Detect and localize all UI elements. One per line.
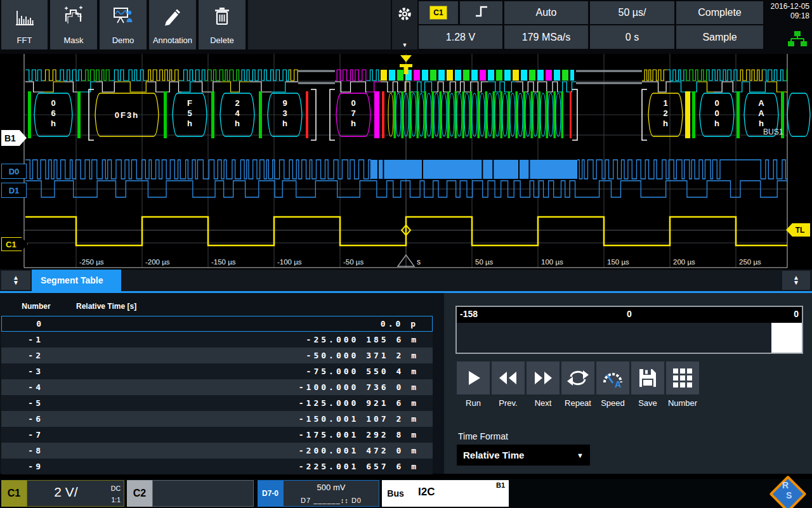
demo-label: Demo bbox=[112, 36, 134, 45]
trigger-position-cell[interactable]: 0 s bbox=[590, 25, 674, 49]
navigator-track[interactable] bbox=[457, 323, 802, 353]
result-tabbar: ▲▼ Segment Table ▲▼ bbox=[0, 270, 812, 293]
logo-letter-s: S bbox=[786, 490, 792, 500]
svg-text:A: A bbox=[615, 379, 621, 389]
segment-relative-time: 0.0 p bbox=[44, 319, 432, 329]
table-row[interactable]: 00.0 p bbox=[1, 316, 433, 332]
logic-bit-range: D7 ______↕↕ D0 bbox=[284, 497, 379, 504]
d7-0-badge[interactable]: D7-0 bbox=[258, 480, 283, 507]
table-row[interactable]: -5-125.000 921 6 m bbox=[1, 395, 433, 411]
acquisition-state-cell[interactable]: Complete bbox=[676, 1, 763, 24]
trigger-source-cell[interactable]: C1 bbox=[419, 1, 458, 24]
trigger-slope-cell[interactable] bbox=[460, 1, 502, 24]
d0-channel-label[interactable]: D0 bbox=[1, 164, 27, 179]
prev-label: Prev. bbox=[499, 398, 517, 408]
delete-button[interactable]: Delete bbox=[199, 0, 246, 49]
table-row[interactable]: -3-75.000 550 4 m bbox=[1, 363, 433, 379]
annotation-icon bbox=[162, 5, 183, 29]
segment-navigator[interactable]: -158 0 0 bbox=[455, 306, 803, 354]
table-row[interactable]: -8-200.001 472 0 m bbox=[1, 443, 433, 459]
collapse-toggle-right[interactable]: ▲▼ bbox=[782, 271, 810, 290]
sample-rate-cell[interactable]: 179 MSa/s bbox=[504, 25, 588, 49]
c1-settings-panel[interactable]: 2 V/ DC 1:1 bbox=[27, 480, 124, 507]
navigator-thumb[interactable] bbox=[771, 323, 802, 353]
settings-column[interactable]: ▼ bbox=[392, 0, 417, 49]
segment-number: -8 bbox=[1, 446, 43, 455]
logic-settings-panel[interactable]: 500 mV D7 ______↕↕ D0 bbox=[283, 480, 379, 507]
tab-segment-table[interactable]: Segment Table bbox=[32, 270, 121, 291]
segment-number: -9 bbox=[1, 462, 43, 471]
segment-relative-time: -125.000 921 6 m bbox=[43, 398, 433, 408]
save-label: Save bbox=[638, 398, 657, 408]
segment-relative-time: -200.001 472 0 m bbox=[43, 446, 433, 455]
segment-number: -7 bbox=[1, 430, 43, 440]
demo-button[interactable]: Demo bbox=[100, 0, 147, 49]
next-button[interactable]: Next bbox=[527, 361, 560, 408]
c1-probe: 1:1 bbox=[111, 494, 121, 505]
run-button[interactable]: Run bbox=[457, 361, 490, 408]
time-tick-label: 250 µs bbox=[739, 258, 761, 266]
repeat-label: Repeat bbox=[565, 398, 591, 408]
bus-frame-label: 0F3h bbox=[115, 110, 139, 120]
fft-button[interactable]: FFT bbox=[1, 0, 48, 49]
column-header-time[interactable]: Relative Time [s] bbox=[76, 302, 136, 311]
fft-icon bbox=[14, 5, 36, 29]
table-row[interactable]: -2-50.000 371 2 m bbox=[1, 348, 433, 363]
time-tick-label: 50 µs bbox=[475, 258, 494, 266]
network-icon[interactable] bbox=[788, 30, 807, 49]
segment-number: -2 bbox=[1, 351, 43, 360]
time-format-select[interactable]: Relative Time ▼ bbox=[457, 445, 590, 466]
timebase-cell[interactable]: 50 µs/ bbox=[590, 1, 674, 24]
mask-button[interactable]: Mask bbox=[50, 0, 97, 49]
c2-badge[interactable]: C2 bbox=[127, 480, 152, 507]
bus-frame-label: F5h bbox=[187, 98, 192, 128]
segment-number: -1 bbox=[1, 335, 43, 344]
datetime-display: 2016-12-05 09:18 bbox=[764, 2, 809, 21]
segment-relative-time: -150.001 107 2 m bbox=[43, 414, 433, 424]
c1-badge[interactable]: C1 bbox=[1, 480, 27, 507]
c2-settings-panel[interactable] bbox=[152, 480, 254, 507]
bus-badge[interactable]: Bus bbox=[382, 480, 409, 507]
annotation-label: Annotation bbox=[153, 36, 192, 45]
d1-channel-label[interactable]: D1 bbox=[1, 183, 27, 198]
down-arrow-icon: ▼ bbox=[13, 280, 19, 285]
table-row[interactable]: -7-175.001 292 8 m bbox=[1, 427, 433, 443]
save-button[interactable]: Save bbox=[631, 361, 664, 408]
speed-button[interactable]: A Speed bbox=[596, 361, 629, 408]
oscilloscope-screen: FFT Mask Demo Annotation Delete ▼ C1 bbox=[0, 0, 812, 508]
next-label: Next bbox=[535, 398, 552, 408]
table-row[interactable]: -1-25.000 185 6 m bbox=[1, 332, 433, 348]
segment-relative-time: -25.000 185 6 m bbox=[43, 335, 433, 344]
table-row[interactable]: -4-100.000 736 0 m bbox=[1, 379, 433, 395]
bus-frame-label: 06h bbox=[51, 98, 56, 128]
waveform-display[interactable]: -250 µs-200 µs-150 µs-100 µs-50 µss50 µs… bbox=[0, 54, 812, 270]
table-row[interactable]: -6-150.001 107 2 m bbox=[1, 411, 433, 427]
collapse-toggle-left[interactable]: ▲▼ bbox=[1, 271, 30, 290]
time-tick-label: 150 µs bbox=[607, 258, 629, 266]
segment-number: -5 bbox=[1, 398, 43, 408]
prev-button[interactable]: Prev. bbox=[492, 361, 525, 408]
acquisition-mode-cell[interactable]: Sample bbox=[676, 25, 763, 49]
annotation-button[interactable]: Annotation bbox=[149, 0, 196, 49]
segment-relative-time: -50.000 371 2 m bbox=[43, 351, 433, 360]
speed-gauge-icon: A bbox=[596, 361, 629, 394]
table-row[interactable]: -9-225.001 657 6 m bbox=[1, 459, 433, 474]
bus-frame bbox=[787, 93, 810, 136]
time-tick-label: -150 µs bbox=[211, 258, 236, 266]
play-icon bbox=[457, 361, 490, 394]
rohde-schwarz-logo: R S bbox=[769, 475, 806, 508]
segment-table-pane: Number Relative Time [s] 00.0 p-1-25.000… bbox=[0, 293, 444, 474]
bus-settings-panel[interactable]: I2C B1 bbox=[409, 480, 509, 507]
trigger-level-cell[interactable]: 1.28 V bbox=[419, 25, 502, 49]
time-tick-label: 100 µs bbox=[541, 258, 563, 266]
number-label: Number bbox=[668, 398, 697, 408]
c1-coupling: DC bbox=[111, 483, 121, 494]
mask-label: Mask bbox=[63, 36, 83, 45]
column-header-number[interactable]: Number bbox=[18, 302, 55, 311]
time-format-label: Time Format bbox=[458, 431, 508, 441]
number-button[interactable]: Number bbox=[666, 361, 699, 408]
repeat-button[interactable]: Repeat bbox=[561, 361, 594, 408]
time-format-value: Relative Time bbox=[463, 450, 524, 460]
time-tick-label: -250 µs bbox=[79, 258, 104, 266]
trigger-mode-cell[interactable]: Auto bbox=[504, 1, 588, 24]
